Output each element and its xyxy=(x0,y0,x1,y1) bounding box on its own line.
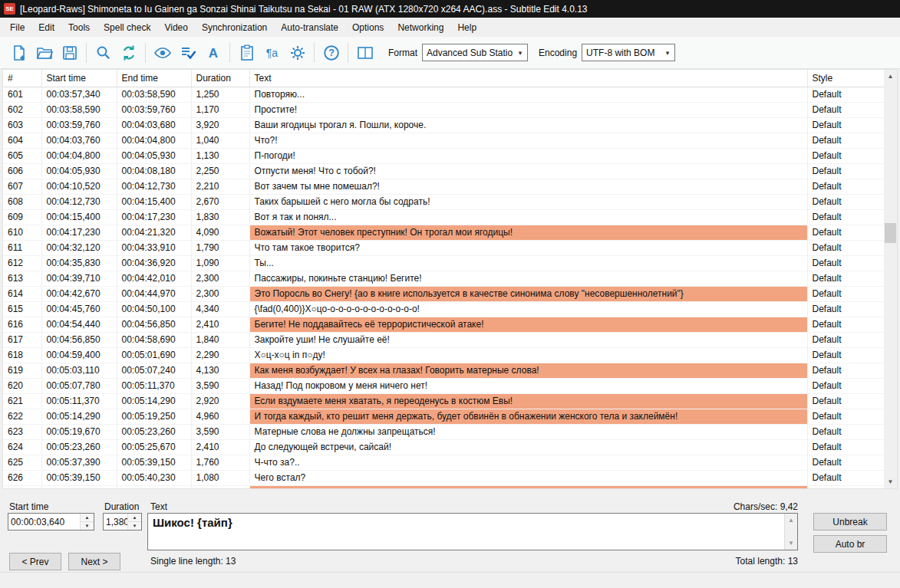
subtitle-row[interactable]: 60100:03:57,34000:03:58,5901,250Повторяю… xyxy=(3,87,885,102)
list-scrollbar[interactable]: ▲ ▼ xyxy=(884,70,897,488)
subtitle-row[interactable]: 62400:05:23,26000:05:25,6702,410До следу… xyxy=(3,439,885,455)
layout-button[interactable] xyxy=(352,40,377,65)
subtitle-row[interactable]: 61900:05:03,11000:05:07,2404,130Как меня… xyxy=(3,363,885,378)
duration-cell: 1,790 xyxy=(191,240,249,255)
subtitle-row[interactable]: 62500:05:37,39000:05:39,1501,760Ч-что за… xyxy=(3,455,885,470)
end-time-cell: 00:05:25,670 xyxy=(117,439,191,455)
subtitle-row[interactable]: 60300:03:59,76000:04:03,6803,920Ваши яго… xyxy=(3,117,885,133)
end-time-cell: 00:03:59,760 xyxy=(117,102,191,117)
menu-item-synchronization[interactable]: Synchronization xyxy=(195,19,274,36)
format-select[interactable]: Advanced Sub Statio... ▾ xyxy=(422,44,528,61)
subtitle-row[interactable]: 62000:05:07,78000:05:11,3703,590Назад! П… xyxy=(3,378,885,393)
subtitle-row[interactable]: 61300:04:39,71000:04:42,0102,300Пассажир… xyxy=(3,271,885,286)
scroll-down-arrow-icon[interactable]: ▼ xyxy=(884,475,897,488)
text-cell: Бегите! Не поддавайтесь её террористичес… xyxy=(249,317,807,332)
subtitle-row[interactable] xyxy=(3,485,885,489)
encoding-label: Encoding xyxy=(539,48,577,58)
menu-item-edit[interactable]: Edit xyxy=(31,19,61,36)
subtitle-row[interactable]: 60400:04:03,76000:04:04,8001,040Что?!Def… xyxy=(3,133,885,148)
subtitle-text-editor[interactable]: Шикос! {тайп} ▲ ▼ xyxy=(147,513,798,550)
open-file-button[interactable] xyxy=(31,40,57,65)
editor-scroll-up-icon[interactable]: ▲ xyxy=(785,514,797,527)
subtitle-row[interactable]: 60800:04:12,73000:04:15,4002,670Таких ба… xyxy=(3,194,885,209)
subtitle-row[interactable]: 61500:04:45,76000:04:50,1004,340{\fad(0,… xyxy=(3,301,885,317)
start-time-spinner[interactable]: 00:00:03,640 ▲ ▼ xyxy=(8,513,94,531)
subtitle-row[interactable]: 61700:04:56,85000:04:58,6901,840Закройте… xyxy=(3,332,885,347)
subtitle-row[interactable]: 60500:04:04,80000:04:05,9301,130П-погоди… xyxy=(3,148,885,163)
subtitle-row[interactable]: 60600:04:05,93000:04:08,1802,250Отпусти … xyxy=(3,163,885,179)
font-button[interactable]: A xyxy=(200,40,226,65)
menu-item-spell-check[interactable]: Spell check xyxy=(97,19,157,36)
column-header-end-time[interactable]: End time xyxy=(117,70,191,87)
find-button[interactable] xyxy=(91,40,116,65)
subtitle-row[interactable]: 60200:03:58,59000:03:59,7601,170Простите… xyxy=(3,102,885,117)
scroll-up-arrow-icon[interactable]: ▲ xyxy=(884,70,897,83)
encoding-select[interactable]: UTF-8 with BOM ▾ xyxy=(582,44,675,61)
editor-scrollbar[interactable]: ▲ ▼ xyxy=(784,514,797,550)
next-button[interactable]: Next > xyxy=(68,553,120,570)
duration-down-button[interactable]: ▼ xyxy=(128,522,141,530)
row-number: 618 xyxy=(3,347,41,363)
column-header-number[interactable]: # xyxy=(3,70,41,87)
unbreak-button[interactable]: Unbreak xyxy=(813,513,887,531)
menu-item-file[interactable]: File xyxy=(3,19,31,36)
replace-button[interactable] xyxy=(116,40,141,65)
fix-common-errors-button[interactable] xyxy=(234,40,259,65)
title-bar: SE [Leopard-Raws] Shimoneta to Iu Gainen… xyxy=(0,0,900,18)
editor-scroll-down-icon[interactable]: ▼ xyxy=(785,537,797,550)
subtitle-row[interactable]: 62100:05:11,37000:05:14,2902,920Если взд… xyxy=(3,393,885,409)
end-time-cell: 00:04:36,920 xyxy=(117,255,191,271)
save-button[interactable] xyxy=(57,40,82,65)
row-number: 603 xyxy=(3,117,41,133)
spell-check-button[interactable] xyxy=(175,40,200,65)
visual-sync-button[interactable] xyxy=(150,40,175,65)
subtitle-row[interactable]: 61000:04:17,23000:04:21,3204,090Вожатый!… xyxy=(3,225,885,240)
start-time-down-button[interactable]: ▼ xyxy=(81,522,94,530)
text-cell: Что?! xyxy=(249,133,807,148)
end-time-cell: 00:04:58,690 xyxy=(117,332,191,347)
subtitle-row[interactable]: 61400:04:42,67000:04:44,9702,300Это Поро… xyxy=(3,286,885,301)
svg-text:¶a: ¶a xyxy=(265,46,278,58)
duration-up-button[interactable]: ▲ xyxy=(128,514,141,522)
auto-br-button[interactable]: Auto br xyxy=(813,535,887,553)
subtitle-row[interactable]: 61200:04:35,83000:04:36,9201,090Ты...Def… xyxy=(3,255,885,271)
style-cell: Default xyxy=(807,317,885,332)
menu-item-help[interactable]: Help xyxy=(450,19,483,36)
menu-item-tools[interactable]: Tools xyxy=(61,19,97,36)
start-time-up-button[interactable]: ▲ xyxy=(81,514,94,522)
subtitle-row[interactable]: 61600:04:54,44000:04:56,8502,410Бегите! … xyxy=(3,317,885,332)
subtitle-row[interactable]: 62200:05:14,29000:05:19,2504,960И тогда … xyxy=(3,409,885,424)
subtitle-row[interactable]: 60900:04:15,40000:04:17,2301,830Вот я та… xyxy=(3,209,885,225)
style-cell: Default xyxy=(807,87,885,102)
remove-formatting-button[interactable]: ¶a xyxy=(259,40,285,65)
menu-item-options[interactable]: Options xyxy=(345,19,391,36)
duration-cell: 2,670 xyxy=(191,194,249,209)
column-header-style[interactable]: Style xyxy=(807,70,885,87)
subtitle-row[interactable]: 60700:04:10,52000:04:12,7302,210Вот заче… xyxy=(3,179,885,194)
duration-cell: 2,290 xyxy=(191,347,249,363)
scroll-thumb[interactable] xyxy=(885,223,896,243)
style-cell: Default xyxy=(807,240,885,255)
subtitle-row[interactable]: 62300:05:19,67000:05:23,2603,590Матерные… xyxy=(3,424,885,439)
settings-button[interactable] xyxy=(285,40,310,65)
end-time-cell: 00:05:07,240 xyxy=(117,363,191,378)
menu-item-networking[interactable]: Networking xyxy=(391,19,450,36)
column-header-text[interactable]: Text xyxy=(249,70,807,87)
end-time-cell xyxy=(117,485,191,489)
toolbar-separator xyxy=(314,43,315,63)
subtitle-row[interactable]: 61100:04:32,12000:04:33,9101,790Что там … xyxy=(3,240,885,255)
column-header-duration[interactable]: Duration xyxy=(191,70,249,87)
edit-panel: Start time Duration Text Chars/sec: 9,42… xyxy=(0,498,900,572)
duration-spinner[interactable]: 1,380 ▲ ▼ xyxy=(103,513,142,531)
menu-item-auto-translate[interactable]: Auto-translate xyxy=(274,19,345,36)
prev-button[interactable]: < Prev xyxy=(9,553,61,570)
end-time-cell: 00:05:39,150 xyxy=(117,455,191,470)
column-header-start-time[interactable]: Start time xyxy=(41,70,117,87)
menu-item-video[interactable]: Video xyxy=(157,19,194,36)
new-file-button[interactable] xyxy=(6,40,31,65)
duration-value: 1,380 xyxy=(104,514,127,530)
subtitle-row[interactable]: 61800:04:59,40000:05:01,6902,290Х○ц-х○ц … xyxy=(3,347,885,363)
subtitle-row[interactable]: 62600:05:39,15000:05:40,2301,080Чего вст… xyxy=(3,470,885,485)
toolbar-separator xyxy=(86,43,87,63)
help-button[interactable]: ? xyxy=(318,40,344,65)
